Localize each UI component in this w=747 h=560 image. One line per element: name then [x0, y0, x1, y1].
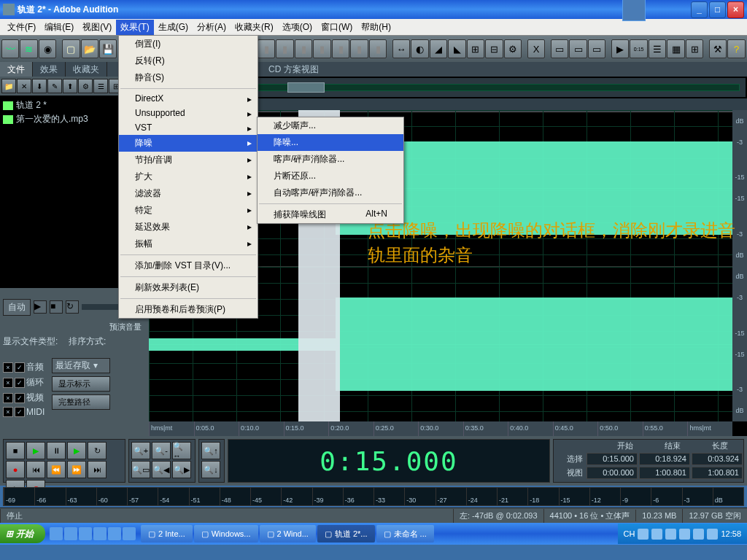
mixdown-button[interactable]: ⬆ [63, 79, 77, 93]
menu-item[interactable]: 分析(A) [193, 20, 231, 35]
start-button[interactable]: ⊞ 开始 [0, 524, 45, 543]
zoom-in-v-button[interactable]: 🔍↑ [201, 442, 220, 459]
autoplay-button[interactable]: 自动 [3, 299, 31, 316]
menu-item[interactable]: 效果(T) [116, 20, 153, 35]
submenu-item[interactable]: 自动喀声/砰声消除器... [258, 184, 403, 201]
menu-item[interactable]: 刷新效果列表(E) [119, 279, 258, 296]
marker-button[interactable]: X [527, 39, 545, 58]
play-loop-button[interactable]: ▶ [67, 442, 86, 459]
zoom-out-h-button[interactable]: 🔍- [152, 442, 171, 459]
close-checkbox[interactable]: × [3, 393, 13, 403]
sel-value[interactable]: 0:18.924 [639, 453, 690, 465]
close-checkbox[interactable]: × [3, 362, 13, 373]
import-button[interactable]: 📁 [1, 79, 16, 93]
ql-icon[interactable] [64, 527, 77, 540]
tray-icon[interactable] [679, 529, 690, 540]
tab-effects[interactable]: 效果 [33, 62, 66, 77]
sort-dropdown[interactable]: 最近存取 ▾ [52, 358, 110, 373]
lang-indicator[interactable]: CH [624, 529, 635, 538]
sel-value[interactable]: 1:00.801 [692, 467, 743, 479]
tool-button[interactable]: ▮ [258, 39, 275, 58]
taskbar-item[interactable]: ▢2 Wind... [260, 525, 316, 542]
loop-preview-button[interactable]: ↻ [66, 300, 79, 314]
submenu-item[interactable]: 片断还原... [258, 168, 403, 184]
option-button[interactable]: ⚙ [78, 79, 93, 93]
tray-icon[interactable] [707, 529, 718, 540]
menu-item[interactable]: 滤波器▸ [119, 185, 258, 202]
tool-button[interactable]: ▮ [313, 39, 330, 58]
tool-button[interactable]: ▮ [350, 39, 368, 58]
transport-toolbar-button[interactable]: ▦ [667, 39, 684, 58]
tray-icon[interactable] [651, 529, 662, 540]
zoom-full-button[interactable]: 🔍↔ [172, 442, 191, 459]
nav-selection[interactable] [287, 82, 325, 93]
taskbar-item[interactable]: ▢轨道 2*... [317, 525, 375, 542]
full-path-button[interactable]: 完整路径 [52, 394, 110, 410]
stop-button[interactable]: ■ [6, 442, 25, 459]
zoom-sel-button[interactable]: 🔍▭ [131, 461, 150, 478]
window-button[interactable]: ▭ [551, 39, 568, 58]
menu-item[interactable]: 编辑(E) [40, 20, 78, 35]
save-button[interactable]: 💾 [99, 39, 117, 58]
zoom-right-button[interactable]: 🔍▶ [172, 461, 191, 478]
waveform-view-button[interactable]: 〰 [1, 39, 19, 58]
help-button[interactable]: ? [727, 39, 745, 58]
tray-icon[interactable] [665, 529, 676, 540]
zoom-out-v-button[interactable]: 🔍↓ [201, 461, 220, 478]
menu-item[interactable]: 窗口(W) [317, 20, 357, 35]
menu-item[interactable]: 倒置(I) [119, 36, 258, 52]
record-button[interactable]: ● [6, 461, 25, 478]
transport-toolbar-button[interactable]: ▶ [611, 39, 629, 58]
clock[interactable]: 12:58 [721, 529, 741, 538]
open-button[interactable]: 📂 [81, 39, 98, 58]
tab-cd-view[interactable]: CD 方案视图 [258, 62, 329, 77]
close-checkbox[interactable]: × [3, 407, 13, 417]
tool-button[interactable]: ▮ [332, 39, 349, 58]
menu-item[interactable]: 文件(F) [3, 20, 40, 35]
taskbar-item[interactable]: ▢2 Inte... [141, 525, 193, 542]
menu-item[interactable]: 收藏夹(R) [231, 20, 278, 35]
tool-button[interactable]: ▮ [369, 39, 387, 58]
ql-icon[interactable] [123, 527, 136, 540]
tab-files[interactable]: 文件 [0, 62, 33, 77]
zoom-in-h-button[interactable]: 🔍+ [131, 442, 150, 459]
menu-item[interactable]: 视图(V) [78, 20, 116, 35]
menu-item[interactable]: 振幅▸ [119, 236, 258, 252]
tool-button[interactable]: ⚙ [504, 39, 522, 58]
close-file-button[interactable]: ✕ [17, 79, 31, 93]
play-button[interactable]: ▶ [26, 442, 45, 459]
pause-button[interactable]: ⏸ [47, 442, 66, 459]
submenu-item[interactable]: 喀声/砰声消除器... [258, 151, 403, 168]
tool-button[interactable]: ▮ [276, 39, 293, 58]
tray-icon[interactable] [693, 529, 704, 540]
ql-icon[interactable] [79, 527, 92, 540]
transport-toolbar-button[interactable]: ☰ [649, 39, 666, 58]
tool-button[interactable]: ⊟ [485, 39, 503, 58]
tool-button[interactable]: ⊞ [467, 39, 484, 58]
maximize-button[interactable]: □ [709, 1, 726, 18]
show-checkbox[interactable]: ✓ [15, 362, 25, 373]
ql-icon[interactable] [108, 527, 121, 540]
close-button[interactable]: × [727, 1, 744, 18]
submenu-item[interactable]: 降噪... [258, 134, 403, 151]
transport-toolbar-button[interactable]: 0:15 [630, 39, 647, 58]
menu-item[interactable]: 延迟效果▸ [119, 219, 258, 236]
submenu-item[interactable]: 减少嘶声... [258, 117, 403, 134]
tool-button[interactable]: ▮ [295, 39, 312, 58]
tool-button[interactable]: ◐ [411, 39, 428, 58]
multitrack-view-button[interactable]: ≋ [20, 39, 37, 58]
menu-item[interactable]: 静音(S) [119, 69, 258, 86]
minimize-button[interactable]: _ [691, 1, 708, 18]
menu-item[interactable]: 扩大▸ [119, 168, 258, 185]
menu-item[interactable]: DirectX▸ [119, 91, 258, 106]
level-meter[interactable]: -69-66-63-60-57-54-51-48-45-42-39-36-33-… [3, 487, 744, 506]
show-checkbox[interactable]: ✓ [15, 378, 25, 388]
ql-icon[interactable] [93, 527, 107, 540]
menu-item[interactable]: 特定▸ [119, 202, 258, 219]
menu-item[interactable]: 降噪▸ [119, 135, 258, 152]
tab-favorites[interactable]: 收藏夹 [66, 62, 107, 77]
tray-icon[interactable] [638, 529, 649, 540]
sel-value[interactable]: 0:00.000 [587, 467, 638, 479]
tool-button[interactable]: ↔ [392, 39, 410, 58]
system-tray[interactable]: CH 12:58 [618, 524, 747, 544]
